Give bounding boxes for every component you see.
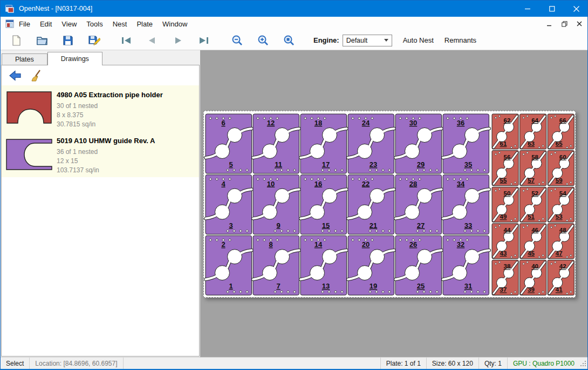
nest-cell-red[interactable]: 4039 xyxy=(520,260,546,295)
status-bar: Select Location: [84.8696, 60.6957] Plat… xyxy=(1,357,588,369)
zoom-in-button[interactable] xyxy=(254,32,272,49)
nest-cell-purple[interactable]: 2221 xyxy=(348,175,394,234)
drawing-size: 12 x 15 xyxy=(57,157,155,166)
window-title: OpenNest - [N0317-004] xyxy=(19,5,92,12)
remnants-button[interactable]: Remnants xyxy=(439,33,482,48)
svg-text:6: 6 xyxy=(221,119,225,127)
resize-grip-icon xyxy=(580,360,586,367)
nest-cell-purple[interactable]: 3635 xyxy=(443,114,489,173)
first-plate-button[interactable] xyxy=(117,32,135,49)
svg-text:35: 35 xyxy=(464,160,472,169)
previous-plate-button[interactable] xyxy=(143,32,161,49)
mdi-restore-button[interactable] xyxy=(560,20,568,28)
status-mode: Select xyxy=(1,358,30,369)
nest-cell-purple[interactable]: 1615 xyxy=(300,175,347,234)
status-qty: Qty: 1 xyxy=(478,358,507,369)
mdi-minimize-icon xyxy=(546,21,552,26)
svg-text:34: 34 xyxy=(457,180,465,188)
nest-cell-red[interactable]: 4443 xyxy=(492,224,518,259)
mdi-restore-icon xyxy=(562,21,568,27)
nest-cell-red[interactable]: 6463 xyxy=(520,114,546,149)
nest-cell-purple[interactable]: 109 xyxy=(253,175,299,234)
resize-grip[interactable] xyxy=(580,358,588,369)
open-button[interactable] xyxy=(33,32,51,49)
menu-window[interactable]: Window xyxy=(158,18,192,30)
save-button[interactable] xyxy=(59,32,77,49)
mdi-close-button[interactable] xyxy=(576,20,583,28)
menu-view[interactable]: View xyxy=(57,18,81,30)
svg-text:33: 33 xyxy=(464,221,472,230)
menu-nest[interactable]: Nest xyxy=(108,18,132,30)
nest-cell-red[interactable]: 6059 xyxy=(548,151,574,186)
mdi-minimize-button[interactable] xyxy=(545,20,553,28)
nest-cell-red[interactable]: 5655 xyxy=(492,151,518,186)
svg-text:40: 40 xyxy=(531,263,538,270)
nest-cell-purple[interactable]: 2423 xyxy=(348,114,394,173)
drawings-toolbar xyxy=(2,65,199,85)
menu-tools[interactable]: Tools xyxy=(81,18,107,30)
svg-text:23: 23 xyxy=(370,160,377,169)
svg-text:31: 31 xyxy=(464,282,472,290)
close-button[interactable] xyxy=(564,1,588,17)
left-panel: Plates Drawings xyxy=(1,50,200,357)
nest-cell-red[interactable]: 4645 xyxy=(520,224,546,259)
engine-label: Engine: xyxy=(313,36,339,44)
drawing-item-extraction-pipe-holder[interactable]: 4980 A05 Extraction pipe holder 30 of 1 … xyxy=(2,85,199,131)
nest-cell-purple[interactable]: 2019 xyxy=(348,236,394,295)
zoom-out-button[interactable] xyxy=(228,32,247,49)
minimize-button[interactable] xyxy=(516,1,540,17)
svg-text:42: 42 xyxy=(559,263,566,270)
nest-canvas[interactable]: 6512111817242330293635431091615222128273… xyxy=(200,50,588,357)
app-window: OpenNest - [N0317-004] File Edit View To… xyxy=(0,0,588,370)
app-icon xyxy=(5,4,14,13)
menu-plate[interactable]: Plate xyxy=(132,18,158,30)
nest-cell-red[interactable]: 4241 xyxy=(548,260,574,295)
nest-cell-purple[interactable]: 2625 xyxy=(395,236,442,295)
nest-cell-red[interactable]: 6261 xyxy=(492,114,518,149)
nest-cell-red[interactable]: 4847 xyxy=(548,224,574,259)
nest-cell-purple[interactable]: 87 xyxy=(253,236,299,295)
nest-cell-red[interactable]: 5857 xyxy=(520,151,546,186)
chevron-down-icon xyxy=(384,39,388,42)
new-button[interactable] xyxy=(7,32,25,49)
nest-cell-red[interactable]: 3837 xyxy=(492,260,518,295)
nest-cell-red[interactable]: 5049 xyxy=(492,187,518,222)
save-as-button[interactable] xyxy=(85,32,103,49)
nest-cell-purple[interactable]: 65 xyxy=(206,114,252,173)
next-plate-button[interactable] xyxy=(169,32,187,49)
menu-file[interactable]: File xyxy=(14,18,35,30)
nest-cell-purple[interactable]: 21 xyxy=(206,236,252,295)
last-plate-button[interactable] xyxy=(195,32,213,49)
import-drawings-button[interactable] xyxy=(7,68,23,83)
nest-cell-red[interactable]: 5251 xyxy=(520,187,546,222)
nest-cell-purple[interactable]: 2827 xyxy=(395,175,442,234)
zoom-fit-button[interactable] xyxy=(280,32,298,49)
svg-text:55: 55 xyxy=(500,177,507,184)
svg-text:26: 26 xyxy=(409,240,417,248)
nest-cell-purple[interactable]: 43 xyxy=(206,175,252,234)
auto-nest-button[interactable]: Auto Nest xyxy=(398,33,439,48)
nest-cell-purple[interactable]: 1817 xyxy=(300,114,347,173)
tab-drawings[interactable]: Drawings xyxy=(47,52,102,65)
engine-select[interactable]: Default xyxy=(343,35,392,46)
nest-cell-purple[interactable]: 3231 xyxy=(443,236,489,295)
menu-edit[interactable]: Edit xyxy=(35,18,57,30)
nest-cell-purple[interactable]: 1211 xyxy=(253,114,299,173)
nest-cell-purple[interactable]: 3029 xyxy=(395,114,442,173)
svg-text:54: 54 xyxy=(559,190,566,197)
svg-text:49: 49 xyxy=(500,213,507,220)
close-icon xyxy=(573,6,579,12)
nest-cell-red[interactable]: 6665 xyxy=(548,114,574,149)
nest-cell-purple[interactable]: 1413 xyxy=(300,236,347,295)
nest-cell-red[interactable]: 5453 xyxy=(548,187,574,222)
maximize-button[interactable] xyxy=(540,1,564,17)
svg-text:32: 32 xyxy=(457,240,464,248)
svg-text:44: 44 xyxy=(504,227,511,233)
drawing-item-uhmw-guide[interactable]: 5019 A10 UHMW guide Rev. A 36 of 1 neste… xyxy=(2,131,199,177)
open-folder-icon xyxy=(36,34,49,47)
nest-cell-purple[interactable]: 3433 xyxy=(443,175,489,234)
clean-drawings-button[interactable] xyxy=(29,68,45,83)
nest-plate[interactable]: 6512111817242330293635431091615222128273… xyxy=(203,111,576,298)
tab-plates[interactable]: Plates xyxy=(2,53,47,65)
svg-text:43: 43 xyxy=(500,250,507,257)
